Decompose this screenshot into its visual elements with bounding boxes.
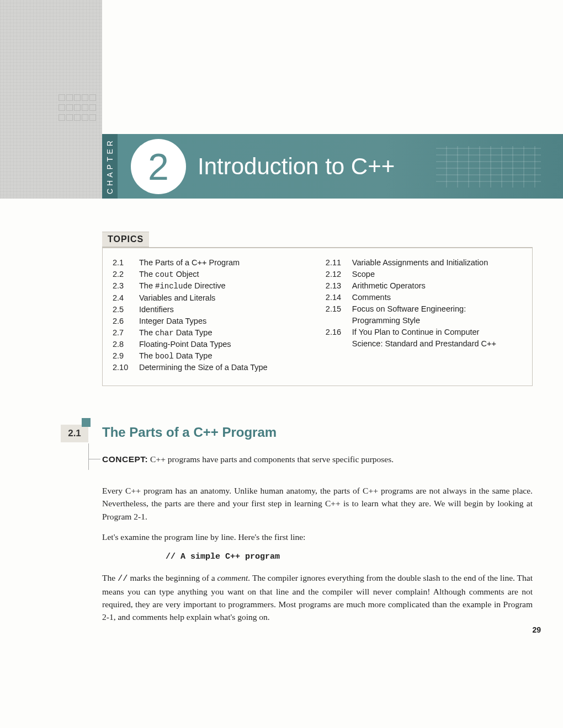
chapter-number-circle: 2 [131, 139, 186, 194]
code-example-1: // A simple C++ program [166, 551, 533, 564]
inline-code: cout [155, 270, 174, 279]
topic-title: The cout Object [139, 269, 326, 280]
topics-column-left: 2.1The Parts of a C++ Program2.2The cout… [113, 257, 326, 373]
topic-row: 2.2The cout Object [113, 269, 326, 280]
decorative-grid-squares [58, 94, 102, 132]
topic-number: 2.2 [113, 269, 139, 280]
topic-row: 2.14Comments [326, 292, 522, 303]
section-number-tab: 2.1 [61, 425, 88, 442]
topic-row: 2.11Variable Assignments and Initializat… [326, 257, 522, 269]
topic-number: 2.11 [326, 257, 352, 269]
topic-number: 2.3 [113, 280, 139, 292]
section-2-1: 2.1 The Parts of a C++ Program CONCEPT: … [61, 414, 533, 631]
topic-row: 2.8Floating-Point Data Types [113, 339, 326, 350]
topic-number: 2.15 [326, 303, 352, 326]
topics-section: TOPICS 2.1The Parts of a C++ Program2.2T… [102, 232, 533, 386]
topic-number: 2.5 [113, 304, 139, 315]
topic-title: Integer Data Types [139, 315, 326, 327]
paragraph-2: Let's examine the program line by line. … [102, 531, 533, 543]
inline-code-slashes: // [118, 574, 128, 584]
topic-title: The char Data Type [139, 327, 326, 339]
topic-number: 2.10 [113, 362, 139, 373]
section-heading: The Parts of a C++ Program [102, 414, 533, 440]
inline-code: #include [155, 282, 192, 291]
topic-row: 2.6Integer Data Types [113, 315, 326, 327]
topic-number: 2.1 [113, 257, 139, 269]
topic-title: If You Plan to Continue in Computer Scie… [352, 326, 522, 350]
section-number-underline [88, 459, 100, 459]
body-text: Every C++ program has an anatomy. Unlike… [102, 484, 533, 624]
chapter-tab-label: CHAPTER [102, 134, 118, 199]
topic-row: 2.12Scope [326, 269, 522, 280]
topic-row: 2.10Determining the Size of a Data Type [113, 362, 326, 373]
topic-title: The bool Data Type [139, 350, 326, 362]
p3-text-b: marks the beginning of a [128, 573, 217, 582]
concept-text: C++ programs have parts and components t… [150, 454, 394, 464]
emphasis-comment: comment. [217, 573, 250, 582]
topic-row: 2.7The char Data Type [113, 327, 326, 339]
topics-heading: TOPICS [102, 232, 149, 247]
topic-row: 2.4Variables and Literals [113, 292, 326, 304]
topic-title: Scope [352, 269, 522, 280]
chapter-title: Introduction to C++ [198, 153, 395, 180]
topic-number: 2.6 [113, 315, 139, 327]
topic-number: 2.4 [113, 292, 139, 304]
topic-row: 2.15Focus on Software Engineering: Progr… [326, 303, 522, 326]
inline-code: bool [155, 352, 174, 361]
topic-title: Determining the Size of a Data Type [139, 362, 326, 373]
topic-title: Variables and Literals [139, 292, 326, 304]
topic-title: Variable Assignments and Initialization [352, 257, 522, 269]
topic-number: 2.9 [113, 350, 139, 362]
topic-number: 2.8 [113, 339, 139, 350]
topic-title: The Parts of a C++ Program [139, 257, 326, 269]
concept-label: CONCEPT: [102, 454, 148, 464]
topic-title: Comments [352, 292, 522, 303]
topics-column-right: 2.11Variable Assignments and Initializat… [326, 257, 522, 373]
topic-number: 2.14 [326, 292, 352, 303]
paragraph-3: The // marks the beginning of a comment.… [102, 571, 533, 624]
topic-title: Focus on Software Engineering: Programmi… [352, 303, 522, 326]
topic-row: 2.3The #include Directive [113, 280, 326, 292]
p3-text-a: The [102, 573, 118, 582]
topic-row: 2.9The bool Data Type [113, 350, 326, 362]
topic-number: 2.12 [326, 269, 352, 280]
topic-row: 2.1The Parts of a C++ Program [113, 257, 326, 269]
chapter-banner: 2 Introduction to C++ [118, 134, 563, 199]
topic-title: Floating-Point Data Types [139, 339, 326, 350]
topic-title: Arithmetic Operators [352, 280, 522, 292]
inline-code: char [155, 329, 174, 338]
topic-number: 2.16 [326, 326, 352, 350]
topic-row: 2.5Identifiers [113, 304, 326, 315]
concept-line: CONCEPT: C++ programs have parts and com… [102, 454, 533, 464]
topic-number: 2.7 [113, 327, 139, 339]
topic-title: The #include Directive [139, 280, 326, 292]
page: CHAPTER 2 Introduction to C++ TOPICS 2.1… [0, 0, 563, 728]
topics-box: 2.1The Parts of a C++ Program2.2The cout… [102, 247, 533, 386]
topic-row: 2.16If You Plan to Continue in Computer … [326, 326, 522, 350]
paragraph-1: Every C++ program has an anatomy. Unlike… [102, 484, 533, 523]
topic-title: Identifiers [139, 304, 326, 315]
topic-row: 2.13Arithmetic Operators [326, 280, 522, 292]
topic-number: 2.13 [326, 280, 352, 292]
page-number: 29 [532, 625, 541, 634]
